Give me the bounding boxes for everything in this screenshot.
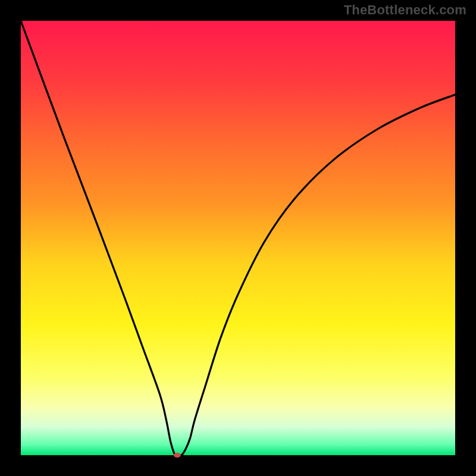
bottleneck-chart	[0, 0, 476, 476]
minimum-marker	[174, 453, 181, 458]
chart-frame: TheBottleneck.com	[0, 0, 476, 476]
watermark-text: TheBottleneck.com	[344, 2, 466, 18]
plot-background	[21, 21, 455, 455]
